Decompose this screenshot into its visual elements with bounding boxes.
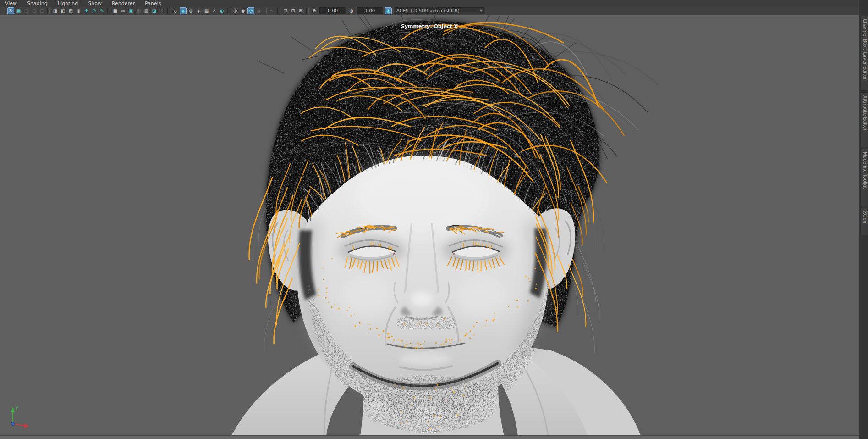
hud-text-icon[interactable]: T xyxy=(159,7,165,14)
sidebar-tab-modeling-toolkit[interactable]: Modeling Toolkit xyxy=(860,149,868,206)
panel-menu-bar: ViewShadingLightingShowRendererPanels xyxy=(0,0,868,7)
zoom-region-icon[interactable]: ⊠ xyxy=(297,7,304,14)
exposure-icon[interactable]: ⊗ xyxy=(311,7,318,14)
bookmark-icon[interactable]: ▮ xyxy=(75,7,82,14)
selection-highlight-icon[interactable]: ▣ xyxy=(15,7,22,14)
grease-pencil-icon[interactable]: ✎ xyxy=(99,7,105,14)
depth-peel-icon[interactable]: ◕ xyxy=(255,7,262,14)
toolbar-separator xyxy=(227,8,230,14)
exposure-field[interactable] xyxy=(319,7,346,14)
color-management-icon[interactable]: ◉ xyxy=(385,7,392,14)
field-chart-icon[interactable]: ▥ xyxy=(143,7,150,14)
lights-icon[interactable]: ☀ xyxy=(211,7,218,14)
menu-item-renderer[interactable]: Renderer xyxy=(107,0,140,7)
menu-item-shading[interactable]: Shading xyxy=(22,0,53,7)
right-dock-tabs: Channel Box / Layer EditorAttribute Edit… xyxy=(859,0,868,439)
contrast-icon[interactable]: ◑ xyxy=(348,7,355,14)
toolbar-separator xyxy=(167,8,170,14)
toolbar-separator xyxy=(107,8,110,14)
square-placeholder-icon[interactable]: ▢ xyxy=(23,7,30,14)
menu-item-panels[interactable]: Panels xyxy=(140,0,166,7)
axis-gizmo: Y xyxy=(5,404,38,430)
toolbar-separator xyxy=(264,8,267,14)
sidebar-tab-attribute-editor[interactable]: Attribute Editor xyxy=(860,92,868,147)
panel-toolbar: A▣▢▢▢◨◧◩▮✚⊕✎▦▭▣▤▥◪T◇◆◍◈▩☀◐◎◉◔◕↖⊟⊞⊠⊗◑◉ACE… xyxy=(0,7,868,15)
pan-zoom-icon[interactable]: ⊕ xyxy=(91,7,98,14)
color-space-value: ACES 1.0 SDR-video (sRGB) xyxy=(396,8,480,13)
camera-icon[interactable]: ◨ xyxy=(52,7,59,14)
axis-y-label: Y xyxy=(15,406,19,411)
toolbar-separator xyxy=(306,8,309,14)
menu-item-show[interactable]: Show xyxy=(83,0,107,7)
maya-window: ViewShadingLightingShowRendererPanels A▣… xyxy=(0,0,868,439)
film-gate-icon[interactable]: ▭ xyxy=(120,7,126,14)
grid-icon[interactable]: ▦ xyxy=(112,7,119,14)
transparency-checker-icon[interactable]: ▩ xyxy=(203,7,210,14)
color-space-dropdown[interactable]: ACES 1.0 SDR-video (sRGB)▼ xyxy=(394,7,485,14)
cursor-select-icon[interactable]: ↖ xyxy=(269,7,275,14)
chevron-down-icon: ▼ xyxy=(480,9,483,13)
head-model-render xyxy=(0,15,859,436)
shaded-cube-icon[interactable]: ◆ xyxy=(180,7,187,14)
gate-mask-icon[interactable]: ▤ xyxy=(135,7,142,14)
square-placeholder3-icon[interactable]: ▢ xyxy=(38,7,45,14)
menu-item-lighting[interactable]: Lighting xyxy=(53,0,83,7)
menu-item-view[interactable]: View xyxy=(0,0,22,7)
sidebar-tab-xgen[interactable]: XGen xyxy=(860,208,868,235)
toolbar-separator xyxy=(277,8,280,14)
toolbar-separator xyxy=(3,8,5,14)
sidebar-tab-channel-box-layer-editor[interactable]: Channel Box / Layer Editor xyxy=(860,16,868,91)
camera-next-icon[interactable]: ◩ xyxy=(67,7,74,14)
isolate-select-icon[interactable]: ⊟ xyxy=(282,7,289,14)
shadows-icon[interactable]: ◐ xyxy=(219,7,225,14)
gamma-field[interactable] xyxy=(357,7,383,14)
antialias-icon[interactable]: ◔ xyxy=(247,7,254,14)
textured-sphere-icon[interactable]: ◍ xyxy=(187,7,194,14)
camera-prev-icon[interactable]: ◧ xyxy=(60,7,66,14)
image-plane-icon[interactable]: ◪ xyxy=(151,7,158,14)
motion-blur-icon[interactable]: ◉ xyxy=(240,7,247,14)
toolbar-separator xyxy=(47,8,50,14)
viewport-3d[interactable]: Symmetry: Object X Render Y xyxy=(0,15,859,436)
square-placeholder2-icon[interactable]: ▢ xyxy=(31,7,38,14)
viewport-bottom-edge xyxy=(0,435,859,439)
resolution-gate-icon[interactable]: ▣ xyxy=(127,7,134,14)
wireframe-on-shaded-icon[interactable]: ◈ xyxy=(195,7,202,14)
isolate-add-icon[interactable]: ⊞ xyxy=(290,7,297,14)
axis-move-icon[interactable]: ✚ xyxy=(83,7,90,14)
ao-sphere-icon[interactable]: ◎ xyxy=(232,7,239,14)
letter-a-icon[interactable]: A xyxy=(7,7,14,14)
wireframe-cube-icon[interactable]: ◇ xyxy=(172,7,179,14)
